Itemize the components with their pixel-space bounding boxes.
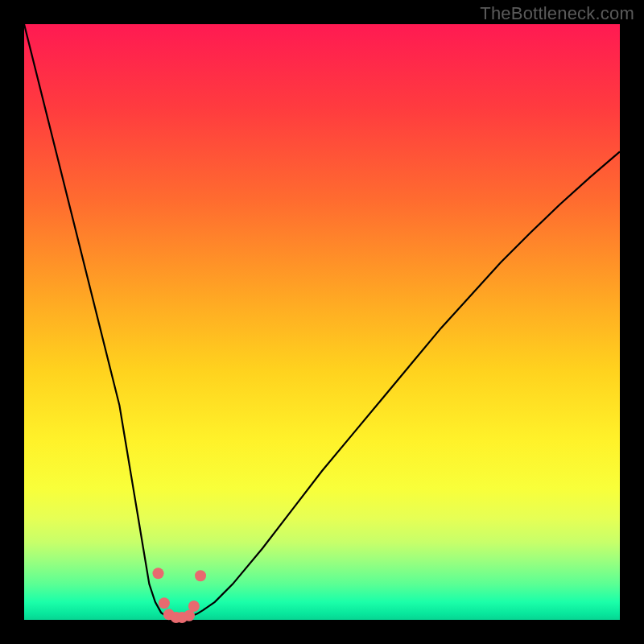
trough-marker <box>159 597 170 609</box>
watermark-label: TheBottleneck.com <box>480 3 634 24</box>
trough-markers <box>153 568 207 623</box>
curve-svg <box>24 24 620 620</box>
trough-marker <box>188 601 200 612</box>
trough-marker <box>184 610 195 621</box>
plot-area <box>24 24 620 620</box>
bottleneck-curve <box>24 24 620 618</box>
trough-marker <box>153 568 164 579</box>
trough-marker <box>195 570 206 581</box>
chart-frame: TheBottleneck.com <box>0 0 644 644</box>
